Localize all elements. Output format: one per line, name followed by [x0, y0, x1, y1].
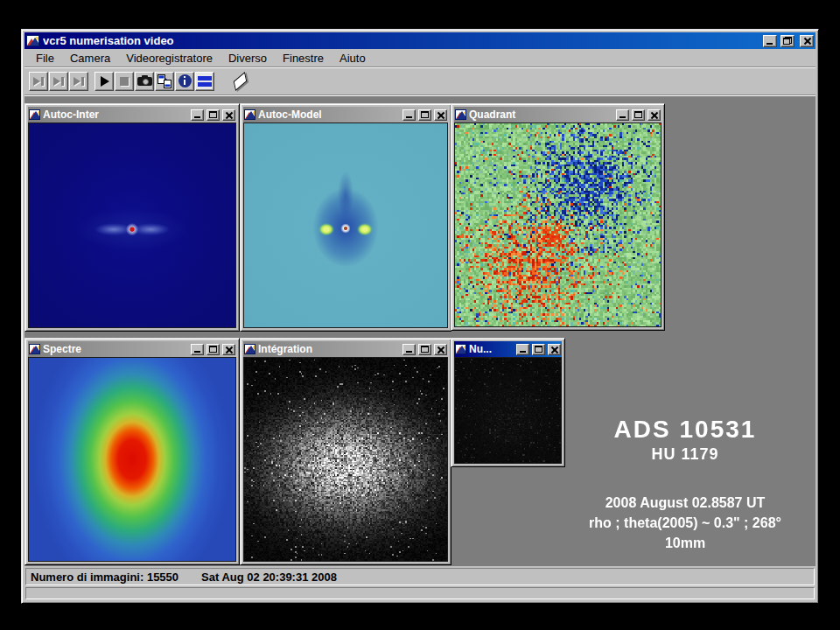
step-icon [53, 77, 64, 86]
copy-frames-button[interactable] [155, 72, 174, 91]
play-button[interactable] [94, 72, 114, 91]
child-window-spectre: Spectre [24, 338, 240, 565]
autoc-inter-maximize-button[interactable] [206, 109, 220, 121]
integration-image [244, 358, 447, 561]
toolbar [24, 67, 816, 95]
spectre-maximize-button[interactable] [206, 344, 220, 355]
stop-button[interactable] [115, 72, 134, 91]
autoc-model-close-button[interactable] [434, 109, 447, 121]
spectre-icon [29, 344, 40, 354]
menu-diverso[interactable]: Diverso [220, 52, 275, 65]
status-datetime: Sat Aug 02 20:39:31 2008 [201, 570, 337, 584]
desktop: vcr5 numerisation video File Camera Vide… [0, 0, 840, 630]
child-window-numerisation: Nu... [451, 338, 565, 467]
quadrant-icon [455, 109, 466, 120]
spectre-close-button[interactable] [222, 344, 235, 355]
quadrant-minimize-button[interactable] [616, 109, 629, 121]
annotation-measure: rho ; theta(2005) ~ 0.3" ; 268° [541, 515, 816, 531]
step-back-button[interactable] [29, 72, 48, 91]
menu-finestre[interactable]: Finestre [275, 52, 332, 65]
child-window-autoc-inter: Autoc-Inter [24, 103, 240, 332]
integration-minimize-button[interactable] [402, 344, 416, 355]
step-back-icon [33, 77, 44, 86]
snapshot-button[interactable] [135, 72, 154, 91]
quadrant-close-button[interactable] [648, 109, 661, 121]
menu-file[interactable]: File [28, 52, 62, 65]
numerisation-maximize-button[interactable] [532, 344, 545, 355]
close-icon [550, 346, 558, 354]
close-icon [225, 111, 233, 119]
autoc-model-minimize-button[interactable] [402, 109, 416, 121]
numerisation-close-button[interactable] [548, 344, 561, 355]
numerisation-titlebar[interactable]: Nu... [454, 341, 562, 357]
spectre-titlebar[interactable]: Spectre [28, 341, 236, 357]
quadrant-maximize-button[interactable] [632, 109, 645, 121]
annotation-scale: 10mm [541, 536, 816, 551]
close-button[interactable] [800, 35, 814, 47]
close-icon [650, 111, 658, 119]
maximize-icon [535, 346, 542, 353]
integration-titlebar[interactable]: Intégration [243, 341, 448, 357]
close-icon [225, 346, 233, 354]
quadrant-image [455, 123, 661, 326]
autoc-model-maximize-button[interactable] [418, 109, 431, 121]
titlebar[interactable]: vcr5 numerisation video [24, 32, 816, 49]
autoc-inter-titlebar[interactable]: Autoc-Inter [28, 107, 236, 122]
erase-button[interactable] [228, 71, 252, 92]
maximize-icon [209, 111, 217, 118]
autoc-model-icon [244, 109, 256, 120]
menu-camera[interactable]: Camera [62, 52, 118, 65]
minimize-icon [194, 116, 200, 118]
status-bar-secondary [25, 587, 815, 599]
numerisation-minimize-button[interactable] [516, 344, 529, 355]
status-image-count: Numero di immagini: 15550 [31, 570, 178, 584]
autoc-model-titlebar[interactable]: Autoc-Model [243, 107, 448, 122]
child-window-quadrant: Quadrant [451, 103, 665, 331]
integration-maximize-button[interactable] [418, 344, 431, 355]
restore-button[interactable] [780, 35, 794, 47]
autoc-inter-title: Autoc-Inter [43, 108, 188, 121]
maximize-icon [634, 111, 642, 118]
minimize-button[interactable] [763, 35, 777, 47]
camera-icon [137, 77, 152, 86]
autoc-model-image [243, 122, 448, 328]
info-icon [178, 74, 192, 88]
menu-aiuto[interactable]: Aiuto [332, 52, 374, 65]
annotation-discoverer: HU 1179 [541, 445, 816, 464]
close-icon [803, 37, 811, 45]
quadrant-title: Quadrant [469, 108, 613, 121]
minimize-icon [766, 43, 773, 45]
close-icon [437, 346, 444, 354]
close-icon [437, 111, 444, 119]
autoc-inter-image [28, 122, 236, 328]
list-button[interactable] [195, 72, 214, 91]
spectre-title: Spectre [43, 343, 188, 355]
menubar: File Camera Videoregistratore Diverso Fi… [24, 49, 816, 67]
step-forward-button[interactable] [69, 72, 88, 91]
spectre-minimize-button[interactable] [191, 344, 204, 355]
integration-close-button[interactable] [434, 344, 447, 355]
minimize-icon [520, 351, 526, 353]
maximize-icon [421, 111, 429, 118]
restore-icon [783, 37, 792, 45]
app-window: vcr5 numerisation video File Camera Vide… [21, 29, 819, 604]
quadrant-image-frame [454, 122, 662, 327]
maximize-icon [421, 346, 429, 353]
menu-videoregistratore[interactable]: Videoregistratore [118, 52, 220, 65]
step-button[interactable] [49, 72, 68, 91]
autoc-model-title: Autoc-Model [258, 108, 400, 121]
autoc-inter-close-button[interactable] [222, 109, 235, 121]
quadrant-titlebar[interactable]: Quadrant [454, 107, 662, 122]
status-bar: Numero di immagini: 15550 Sat Aug 02 20:… [25, 568, 815, 585]
window-title: vcr5 numerisation video [43, 34, 760, 47]
numerisation-image [455, 358, 561, 463]
mdi-workspace: Autoc-Inter Autoc-Model [24, 96, 816, 566]
integration-title: Intégration [258, 343, 400, 355]
stop-icon [120, 77, 129, 86]
numerisation-icon [455, 344, 466, 354]
autoc-inter-minimize-button[interactable] [191, 109, 204, 121]
eraser-icon [233, 71, 246, 90]
info-button[interactable] [175, 72, 194, 91]
step-forward-icon [74, 77, 84, 86]
autoc-inter-icon [29, 109, 40, 120]
